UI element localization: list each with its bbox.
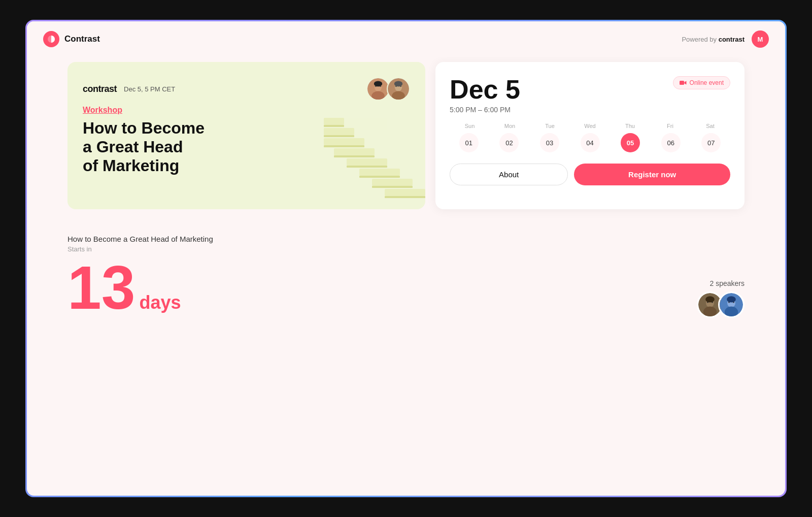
main-content: contrast Dec 5, 5 PM CET — [27, 57, 785, 496]
speakers-label: 2 speakers — [697, 279, 745, 287]
banner-card: contrast Dec 5, 5 PM CET — [67, 62, 425, 209]
svg-rect-15 — [372, 179, 413, 186]
stairs-illustration — [324, 98, 425, 209]
svg-rect-18 — [359, 176, 400, 178]
powered-by-text: Powered by contrast — [682, 36, 745, 43]
cal-date-01[interactable]: 01 — [459, 133, 479, 152]
svg-point-38 — [725, 307, 738, 317]
svg-point-6 — [374, 81, 382, 86]
svg-rect-22 — [334, 155, 375, 157]
day-tue: Tue — [530, 123, 570, 129]
calendar-dates: 01 02 03 04 05 06 07 — [450, 133, 730, 152]
day-sat: Sat — [690, 123, 730, 129]
day-wed: Wed — [570, 123, 610, 129]
svg-point-32 — [703, 307, 717, 317]
header: Contrast Powered by contrast M — [27, 21, 785, 57]
calendar-grid: Sun Mon Tue Wed Thu Fri Sat 01 02 03 — [450, 123, 730, 152]
svg-rect-16 — [372, 186, 413, 188]
svg-rect-24 — [324, 145, 364, 147]
speakers-area: 2 speakers — [697, 279, 745, 318]
time-range: 5:00 PM – 6:00 PM — [450, 106, 730, 114]
svg-rect-13 — [385, 189, 425, 196]
svg-rect-14 — [385, 196, 425, 198]
bottom-section: How to Become a Great Head of Marketing … — [67, 230, 745, 318]
countdown-number: 13 — [67, 257, 135, 318]
countdown-unit: days — [139, 292, 181, 313]
countdown-area: How to Become a Great Head of Marketing … — [67, 235, 697, 318]
svg-rect-20 — [347, 166, 387, 168]
svg-point-12 — [394, 81, 402, 86]
svg-rect-29 — [680, 81, 684, 85]
cal-date-06[interactable]: 06 — [661, 133, 681, 152]
browser-frame: Contrast Powered by contrast M contrast … — [25, 20, 787, 497]
svg-rect-23 — [324, 138, 364, 145]
banner-brand-logo: contrast — [83, 84, 117, 94]
day-thu: Thu — [610, 123, 650, 129]
svg-rect-26 — [324, 135, 354, 137]
day-fri: Fri — [650, 123, 690, 129]
svg-point-41 — [727, 296, 736, 302]
countdown-display: 13 days — [67, 257, 697, 318]
banner-event-date: Dec 5, 5 PM CET — [124, 85, 175, 93]
svg-point-35 — [705, 296, 715, 302]
svg-rect-25 — [324, 128, 354, 135]
logo-area: Contrast — [43, 31, 100, 47]
starts-in-label: Starts in — [67, 245, 697, 253]
cal-date-04[interactable]: 04 — [581, 133, 600, 152]
user-avatar[interactable]: M — [752, 30, 769, 48]
cal-date-07[interactable]: 07 — [701, 133, 721, 152]
svg-rect-28 — [324, 125, 344, 127]
calendar-card: Dec 5 Online event 5:00 PM – 6:00 PM — [435, 62, 745, 209]
cal-date-02[interactable]: 02 — [499, 133, 519, 152]
svg-rect-27 — [324, 118, 344, 125]
logo-text: Contrast — [64, 34, 100, 44]
calendar-header: Dec 5 Online event — [450, 76, 730, 103]
svg-rect-17 — [359, 169, 400, 176]
contrast-logo-icon — [43, 31, 59, 47]
svg-rect-19 — [347, 158, 387, 166]
about-button[interactable]: About — [450, 164, 568, 185]
action-buttons: About Register now — [450, 164, 730, 185]
event-title-banner: How to Become a Great Head of Marketing — [83, 119, 225, 175]
header-right: Powered by contrast M — [682, 30, 769, 48]
bottom-event-title: How to Become a Great Head of Marketing — [67, 235, 697, 243]
speakers-avatars-row — [697, 292, 745, 318]
cal-date-05[interactable]: 05 — [621, 133, 640, 152]
day-sun: Sun — [450, 123, 490, 129]
svg-rect-21 — [334, 148, 375, 155]
register-button[interactable]: Register now — [574, 164, 730, 185]
event-cards: contrast Dec 5, 5 PM CET — [67, 62, 745, 209]
day-mon: Mon — [490, 123, 530, 129]
event-day: Dec 5 — [450, 76, 520, 103]
browser-inner: Contrast Powered by contrast M contrast … — [27, 21, 785, 496]
cal-date-03[interactable]: 03 — [540, 133, 559, 152]
online-badge: Online event — [673, 76, 730, 89]
calendar-days-header: Sun Mon Tue Wed Thu Fri Sat — [450, 123, 730, 129]
bottom-speaker-avatar-2 — [718, 292, 745, 318]
